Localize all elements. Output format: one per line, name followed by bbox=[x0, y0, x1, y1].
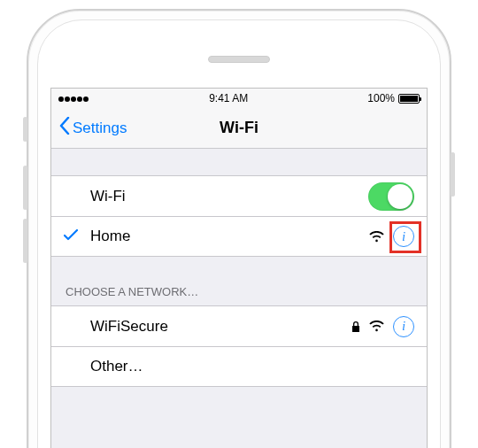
other-network-row[interactable]: Other… bbox=[51, 346, 427, 387]
wifi-signal-icon bbox=[369, 321, 384, 332]
info-button[interactable]: i bbox=[393, 226, 414, 247]
info-button[interactable]: i bbox=[393, 316, 414, 337]
lock-icon bbox=[351, 321, 360, 333]
connected-network-name: Home bbox=[90, 228, 369, 245]
screen: 9:41 AM 100% Settings Wi-Fi bbox=[50, 88, 428, 448]
choose-network-header: CHOOSE A NETWORK… bbox=[51, 285, 427, 305]
status-time: 9:41 AM bbox=[209, 92, 248, 104]
checkmark-icon bbox=[64, 228, 78, 244]
battery-indicator: 100% bbox=[367, 92, 420, 104]
back-label: Settings bbox=[73, 120, 127, 137]
other-label: Other… bbox=[90, 358, 414, 375]
back-button[interactable]: Settings bbox=[58, 117, 127, 139]
phone-speaker bbox=[208, 56, 270, 63]
wifi-toggle-label: Wi-Fi bbox=[66, 188, 368, 205]
network-row[interactable]: WiFiSecure i bbox=[51, 305, 427, 346]
choose-network-group: CHOOSE A NETWORK… WiFiSecure i Othe bbox=[51, 285, 427, 387]
wifi-signal-icon bbox=[369, 231, 384, 243]
wifi-toggle-row: Wi-Fi bbox=[51, 175, 427, 216]
battery-icon bbox=[398, 94, 420, 104]
nav-bar: Settings Wi-Fi bbox=[51, 108, 427, 149]
wifi-toggle[interactable] bbox=[368, 182, 414, 211]
status-bar: 9:41 AM 100% bbox=[51, 89, 427, 108]
wifi-group: Wi-Fi Home i bbox=[51, 175, 427, 257]
chevron-left-icon bbox=[58, 117, 71, 139]
battery-percent: 100% bbox=[367, 92, 395, 104]
network-name: WiFiSecure bbox=[90, 318, 351, 336]
connected-network-row[interactable]: Home i bbox=[51, 216, 427, 257]
signal-dots-icon bbox=[58, 92, 89, 104]
